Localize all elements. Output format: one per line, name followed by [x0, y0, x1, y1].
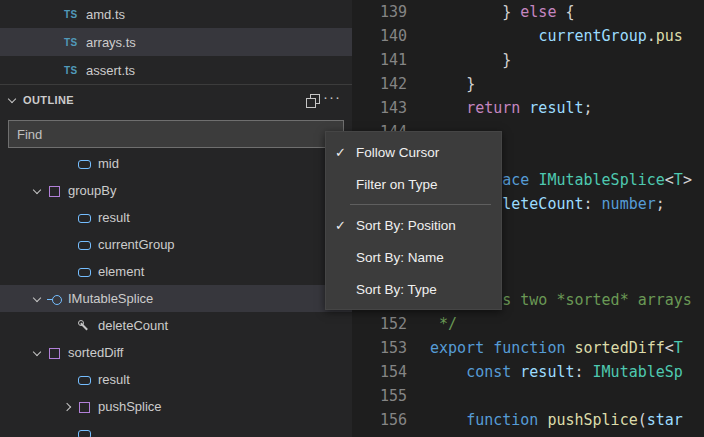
menu-item-sort-by-type[interactable]: Sort By: Type	[326, 273, 501, 305]
code-text[interactable]: return result;	[407, 96, 593, 120]
line-number: 141	[352, 48, 407, 72]
chevron-down-icon	[8, 94, 16, 102]
outline-item-label: groupBy	[68, 183, 116, 198]
outline-title: OUTLINE	[23, 94, 74, 106]
outline-item-partial[interactable]	[0, 420, 352, 437]
code-line[interactable]: 143 return result;	[352, 96, 704, 120]
collapse-all-icon	[304, 92, 320, 108]
code-text[interactable]: }	[407, 48, 511, 72]
ellipsis-icon: ···	[323, 92, 341, 102]
menu-item-sort-by-position[interactable]: ✓ Sort By: Position	[326, 209, 501, 241]
line-number: 143	[352, 96, 407, 120]
symbol-interface-icon	[46, 291, 62, 307]
file-item-amd-ts[interactable]: TS amd.ts	[0, 0, 352, 28]
chevron-down-icon[interactable]	[28, 182, 46, 200]
code-line[interactable]: 155	[352, 384, 704, 408]
more-actions-button[interactable]: ···	[322, 91, 342, 109]
outline-item-imutablesplice[interactable]: IMutableSplice	[0, 285, 352, 312]
outline-item-element[interactable]: element	[0, 258, 352, 285]
line-number: 153	[352, 336, 407, 360]
symbol-variable-icon	[76, 264, 92, 280]
symbol-variable-icon	[76, 372, 92, 388]
outline-item-currentgroup[interactable]: currentGroup	[0, 231, 352, 258]
file-item-label: arrays.ts	[86, 35, 136, 50]
symbol-method-icon	[46, 345, 62, 361]
menu-item-label: Sort By: Position	[356, 218, 456, 233]
outline-item-label: result	[98, 210, 130, 225]
twisty-spacer	[58, 425, 76, 437]
outline-item-pushsplice[interactable]: pushSplice	[0, 393, 352, 420]
outline-item-label: result	[98, 372, 130, 387]
outline-item-label: mid	[98, 156, 119, 171]
line-number: 154	[352, 360, 407, 384]
outline-item-deletecount[interactable]: deleteCount	[0, 312, 352, 339]
symbol-variable-icon	[76, 156, 92, 172]
line-number: 156	[352, 408, 407, 432]
outline-item-label: sortedDiff	[68, 345, 123, 360]
outline-item-label: pushSplice	[98, 399, 162, 414]
menu-item-filter-on-type[interactable]: Filter on Type	[326, 168, 501, 200]
file-item-assert-ts[interactable]: TS assert.ts	[0, 56, 352, 84]
menu-separator	[350, 204, 491, 205]
vscode-window: 139 } else { 140 currentGroup.pus 141 } …	[0, 0, 704, 437]
file-item-arrays-ts[interactable]: TS arrays.ts	[0, 28, 352, 56]
code-line[interactable]: 154 const result: IMutableSp	[352, 360, 704, 384]
outline-item-result[interactable]: result	[0, 204, 352, 231]
symbol-property-icon	[76, 318, 92, 334]
file-item-label: amd.ts	[86, 7, 125, 22]
symbol-variable-icon	[76, 237, 92, 253]
chevron-down-icon[interactable]	[28, 290, 46, 308]
outline-section-header[interactable]: OUTLINE ···	[0, 84, 352, 114]
code-text[interactable]: } else {	[407, 0, 575, 24]
menu-item-sort-by-name[interactable]: Sort By: Name	[326, 241, 501, 273]
code-text[interactable]	[407, 384, 430, 408]
code-text[interactable]: */	[407, 312, 457, 336]
line-number: 140	[352, 24, 407, 48]
line-number: 152	[352, 312, 407, 336]
sidebar: TS amd.ts TS arrays.ts TS assert.ts OUTL…	[0, 0, 352, 437]
symbol-method-icon	[76, 399, 92, 415]
tree-find-widget	[8, 120, 344, 148]
twisty-spacer	[58, 263, 76, 281]
context-menu: ✓ Follow Cursor Filter on Type ✓ Sort By…	[325, 131, 502, 310]
symbol-variable-icon	[76, 426, 92, 437]
outline-item-result-2[interactable]: result	[0, 366, 352, 393]
code-line[interactable]: 152 */	[352, 312, 704, 336]
twisty-spacer	[58, 371, 76, 389]
code-text[interactable]: function pushSplice(star	[407, 408, 683, 432]
outline-item-label: IMutableSplice	[68, 291, 153, 306]
code-text[interactable]: export function sortedDiff<T	[407, 336, 683, 360]
code-text[interactable]: const result: IMutableSp	[407, 360, 683, 384]
menu-item-label: Sort By: Name	[356, 250, 444, 265]
twisty-spacer	[58, 209, 76, 227]
find-input[interactable]	[8, 120, 344, 148]
code-text[interactable]: currentGroup.pus	[407, 24, 683, 48]
twisty-spacer	[58, 317, 76, 335]
outline-tree: mid groupBy result currentGroup elem	[0, 150, 352, 437]
code-line[interactable]: 141 }	[352, 48, 704, 72]
chevron-right-icon[interactable]	[58, 398, 76, 416]
line-number: 139	[352, 0, 407, 24]
menu-item-follow-cursor[interactable]: ✓ Follow Cursor	[326, 136, 501, 168]
symbol-variable-icon	[76, 210, 92, 226]
code-line[interactable]: 156 function pushSplice(star	[352, 408, 704, 432]
check-icon: ✓	[335, 218, 346, 233]
outline-item-mid[interactable]: mid	[0, 150, 352, 177]
ts-file-icon: TS	[64, 9, 86, 20]
menu-item-label: Sort By: Type	[356, 282, 437, 297]
twisty-spacer	[58, 155, 76, 173]
code-line[interactable]: 140 currentGroup.pus	[352, 24, 704, 48]
outline-item-sorteddiff[interactable]: sortedDiff	[0, 339, 352, 366]
outline-item-groupby[interactable]: groupBy	[0, 177, 352, 204]
ts-file-icon: TS	[64, 37, 86, 48]
outline-item-label: element	[98, 264, 144, 279]
collapse-all-button[interactable]	[302, 91, 322, 109]
ts-file-icon: TS	[64, 65, 86, 76]
twisty-spacer	[58, 236, 76, 254]
code-line[interactable]: 153export function sortedDiff<T	[352, 336, 704, 360]
code-line[interactable]: 142 }	[352, 72, 704, 96]
chevron-down-icon[interactable]	[28, 344, 46, 362]
menu-item-label: Filter on Type	[356, 177, 438, 192]
code-line[interactable]: 139 } else {	[352, 0, 704, 24]
code-text[interactable]: }	[407, 72, 475, 96]
